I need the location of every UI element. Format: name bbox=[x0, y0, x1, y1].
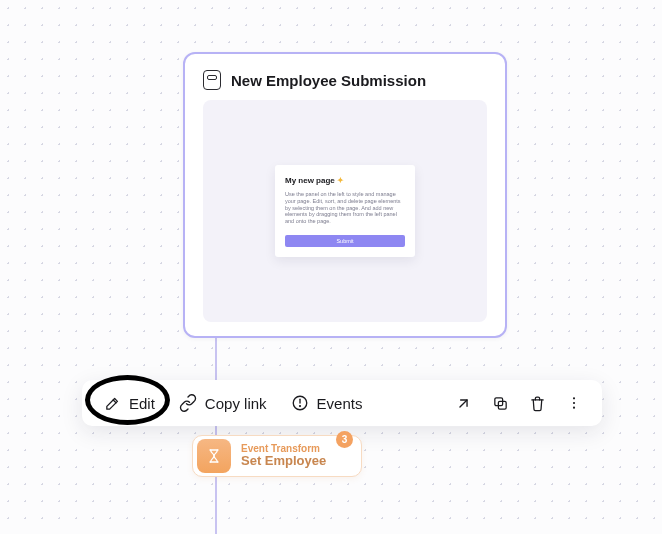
transform-count-badge: 3 bbox=[336, 431, 353, 448]
svg-point-6 bbox=[573, 407, 575, 409]
copy-link-button[interactable]: Copy link bbox=[167, 386, 279, 420]
workflow-node-form[interactable]: New Employee Submission My new page✦ Use… bbox=[183, 52, 507, 338]
hourglass-icon bbox=[197, 439, 231, 473]
more-vertical-icon bbox=[566, 395, 582, 411]
copy-icon bbox=[492, 395, 509, 412]
delete-button[interactable] bbox=[519, 387, 556, 420]
sparkle-icon: ✦ bbox=[337, 176, 344, 185]
copy-link-label: Copy link bbox=[205, 395, 267, 412]
link-icon bbox=[179, 394, 197, 412]
form-icon bbox=[203, 70, 221, 90]
card-header: New Employee Submission bbox=[203, 70, 487, 90]
transform-name: Set Employee bbox=[241, 454, 326, 469]
context-toolbar: Edit Copy link Events bbox=[82, 380, 602, 426]
preview-body: Use the panel on the left to style and m… bbox=[285, 191, 405, 225]
pencil-icon bbox=[104, 395, 121, 412]
duplicate-button[interactable] bbox=[482, 387, 519, 420]
svg-point-5 bbox=[573, 402, 575, 404]
open-external-button[interactable] bbox=[445, 387, 482, 420]
events-button[interactable]: Events bbox=[279, 386, 375, 420]
edit-button[interactable]: Edit bbox=[92, 387, 167, 420]
preview-submit-button: Submit bbox=[285, 235, 405, 247]
card-title: New Employee Submission bbox=[231, 72, 426, 89]
svg-point-1 bbox=[299, 406, 300, 407]
events-label: Events bbox=[317, 395, 363, 412]
events-icon bbox=[291, 394, 309, 412]
edit-label: Edit bbox=[129, 395, 155, 412]
form-preview-card: My new page✦ Use the panel on the left t… bbox=[275, 165, 415, 257]
svg-point-4 bbox=[573, 397, 575, 399]
arrow-up-right-icon bbox=[455, 395, 472, 412]
transform-labels: Event Transform Set Employee bbox=[241, 443, 326, 469]
preview-title-text: My new page bbox=[285, 176, 335, 185]
trash-icon bbox=[529, 395, 546, 412]
preview-title: My new page✦ bbox=[285, 177, 405, 185]
more-button[interactable] bbox=[556, 387, 592, 419]
form-preview-area: My new page✦ Use the panel on the left t… bbox=[203, 100, 487, 322]
